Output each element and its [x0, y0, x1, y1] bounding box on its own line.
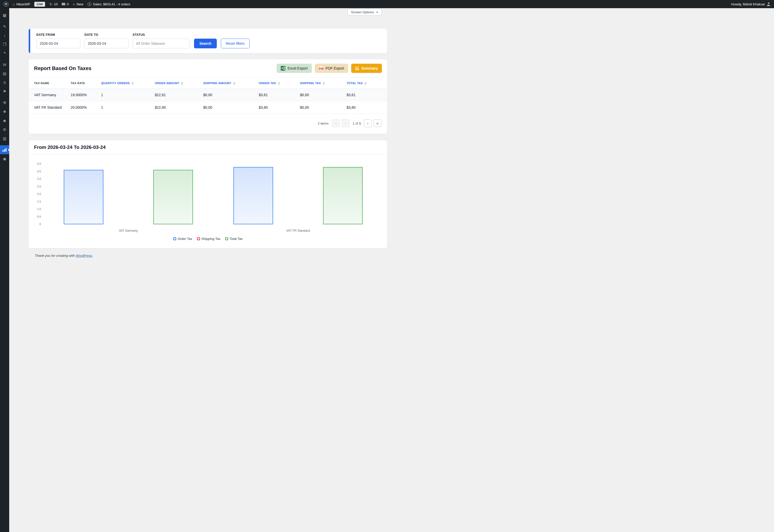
- y-axis-tick-label: 0.5: [29, 215, 41, 218]
- table-row: VAT FR Standard20.0000%1$22,80$0,00$3,80…: [29, 101, 387, 114]
- summary-button[interactable]: Summary: [351, 64, 382, 73]
- column-label: TOTAL TAX: [346, 82, 363, 85]
- tax-table: TAX NAMETAX RATEQUANTITY ORDERSORDER AMO…: [29, 77, 387, 114]
- table-cell-shipping-tax: $0,00: [297, 101, 344, 114]
- column-label: TAX NAME: [34, 82, 49, 85]
- sidebar-item-pages[interactable]: ❐: [0, 40, 9, 49]
- s-badge-icon: S: [3, 81, 6, 84]
- first-page-button[interactable]: «: [332, 119, 340, 127]
- sidebar-item-tools[interactable]: ⚙: [0, 125, 9, 134]
- sales-summary-link[interactable]: $ Sales: $603,41 - 4 orders: [87, 2, 130, 6]
- sidebar-item-dashboard[interactable]: ▦: [0, 11, 9, 20]
- date-from-input[interactable]: [36, 39, 80, 48]
- column-header-shipping-tax[interactable]: SHIPPING TAX: [297, 78, 344, 89]
- legend-label: Total Tax: [229, 237, 243, 241]
- sidebar-item-tax-reports[interactable]: [0, 145, 9, 154]
- column-label: SHIPPING AMOUNT: [203, 82, 231, 85]
- legend-label: Shipping Tax: [201, 237, 220, 241]
- table-cell-order-amount: $22,80: [152, 101, 201, 114]
- of-text: of: [355, 121, 358, 125]
- sidebar-item-marketing[interactable]: ⚑: [0, 87, 9, 96]
- legend-ring-icon: [197, 237, 200, 240]
- legend-label: Order Tax: [178, 237, 192, 241]
- sidebar-item-appearance[interactable]: ❖: [0, 107, 9, 116]
- excel-icon: X: [281, 66, 285, 71]
- pages-icon: ❐: [3, 42, 6, 46]
- wordpress-logo-icon[interactable]: W: [4, 2, 8, 7]
- panel-icon: ▥: [3, 137, 6, 140]
- sort-arrows-icon: [364, 82, 366, 85]
- legend-item-order-tax[interactable]: Order Tax: [173, 237, 192, 241]
- hammer-icon: ⚒: [3, 101, 6, 105]
- summary-chart-icon: [355, 66, 359, 70]
- new-content-link[interactable]: + New: [73, 2, 83, 6]
- legend-ring-icon: [173, 237, 176, 240]
- new-label: New: [76, 2, 83, 6]
- dollar-coin-icon: $: [87, 2, 91, 6]
- sidebar-item-plugins[interactable]: ⚒: [0, 98, 9, 107]
- chart-bar-total-tax: [153, 170, 193, 224]
- comments-link[interactable]: 0: [62, 2, 69, 6]
- updates-link[interactable]: ↻ 10: [49, 2, 58, 6]
- site-name-link[interactable]: ⌂ NikanWP: [13, 2, 30, 6]
- y-axis-tick-label: 3.5: [29, 170, 41, 173]
- date-from-label: DATE FROM: [36, 33, 80, 37]
- table-cell-shipping-amount: $0,00: [201, 101, 256, 114]
- column-header-order-amount[interactable]: ORDER AMOUNT: [152, 78, 201, 89]
- updates-count: 10: [54, 2, 58, 6]
- reset-filters-button[interactable]: Reset filters: [221, 39, 249, 48]
- column-header-order-tax[interactable]: ORDER TAX: [256, 78, 297, 89]
- prev-page-button[interactable]: ‹: [342, 119, 349, 127]
- legend-ring-icon: [225, 237, 228, 240]
- screen-options-label: Screen Options: [351, 10, 374, 14]
- sidebar-item-collapse[interactable]: ◉: [0, 154, 9, 163]
- table-cell-shipping-amount: $0,00: [201, 89, 256, 101]
- legend-item-shipping-tax[interactable]: Shipping Tax: [197, 237, 220, 241]
- pdf-export-button[interactable]: PDF PDF Export: [315, 64, 348, 73]
- sidebar-item-comments[interactable]: ❝: [0, 49, 9, 58]
- table-cell-total-tax: $3,61: [344, 89, 387, 101]
- sidebar-item-settings[interactable]: ▥: [0, 134, 9, 143]
- table-cell-total-tax: $3,80: [344, 101, 387, 114]
- sidebar-item-posts[interactable]: ✎: [0, 22, 9, 31]
- sidebar-item-products[interactable]: ▤: [0, 69, 9, 78]
- filters-panel: DATE FROM DATE TO STATUS Search Reset fi…: [29, 29, 387, 53]
- svg-text:PDF: PDF: [320, 68, 322, 70]
- sidebar: ▦✎♪❐❝W▤S⚑⚒❖☻⚙▥◉: [0, 8, 9, 266]
- column-header-shipping-amount[interactable]: SHIPPING AMOUNT: [201, 78, 256, 89]
- total-pages: 1: [359, 121, 361, 125]
- wordpress-link[interactable]: WordPress: [76, 254, 92, 258]
- next-page-button[interactable]: ›: [364, 119, 371, 127]
- sort-arrows-icon: [278, 82, 280, 85]
- screen-options-button[interactable]: Screen Options ▼: [347, 9, 382, 16]
- sidebar-item-store[interactable]: S: [0, 78, 9, 87]
- items-count: 2 items: [318, 121, 329, 125]
- excel-export-button[interactable]: X Excel Export: [277, 64, 312, 73]
- column-header-total-tax[interactable]: TOTAL TAX: [344, 78, 387, 89]
- date-to-input[interactable]: [84, 39, 128, 48]
- tax-chart-panel: From 2026-03-24 To 2026-03-24 VAT German…: [29, 140, 387, 248]
- column-label: ORDER AMOUNT: [155, 82, 179, 85]
- table-cell-order-tax: $3,61: [256, 89, 297, 101]
- y-axis-tick-label: 1.0: [29, 207, 41, 210]
- sidebar-item-users[interactable]: ☻: [0, 116, 9, 125]
- summary-label: Summary: [361, 66, 378, 70]
- y-axis-tick-label: 4.0: [29, 162, 41, 165]
- sales-text: Sales: $603,41 - 4 orders: [93, 2, 130, 6]
- main-content: Screen Options ▼ DATE FROM DATE TO STATU…: [9, 0, 387, 258]
- sidebar-item-woocommerce[interactable]: W: [0, 60, 9, 69]
- admin-bar: W ⌂ NikanWP Live ↻ 10 0 + New $ Sales: $…: [0, 0, 387, 8]
- status-select[interactable]: [133, 39, 189, 48]
- column-label: QUANTITY ORDERS: [101, 82, 130, 85]
- search-button[interactable]: Search: [194, 39, 217, 48]
- x-axis-label: VAT Germany: [119, 229, 138, 232]
- last-page-button[interactable]: »: [374, 119, 381, 127]
- legend-item-total-tax[interactable]: Total Tax: [225, 237, 243, 241]
- current-page: 1: [352, 121, 354, 125]
- column-header-quantity-orders[interactable]: QUANTITY ORDERS: [98, 78, 152, 89]
- report-title: Report Based On Taxes: [34, 65, 91, 71]
- sidebar-item-media[interactable]: ♪: [0, 31, 9, 40]
- megaphone-icon: ⚑: [3, 90, 6, 93]
- live-badge: Live: [34, 2, 45, 7]
- chart-title: From 2026-03-24 To 2026-03-24: [29, 140, 387, 154]
